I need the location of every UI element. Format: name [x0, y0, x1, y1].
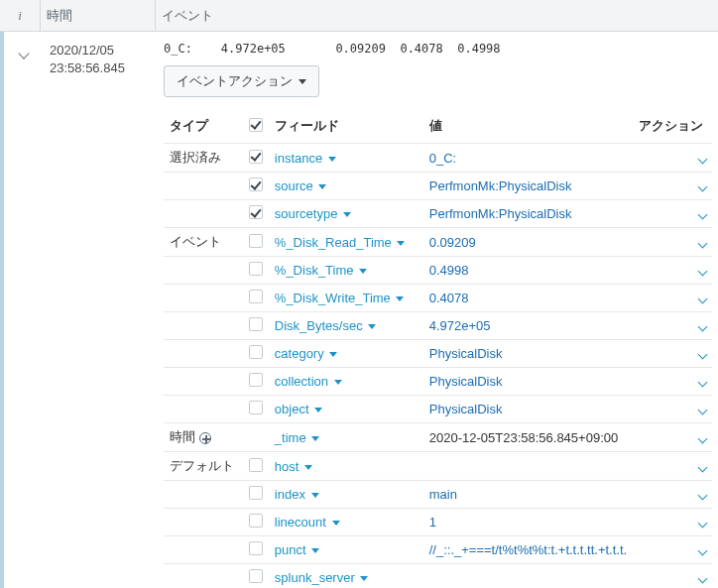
field-action-cell[interactable] [633, 173, 712, 200]
field-action-cell[interactable] [633, 368, 712, 396]
chevron-down-icon [698, 294, 708, 304]
field-value-cell[interactable]: PhysicalDisk [423, 368, 633, 396]
caret-down-icon [359, 269, 367, 274]
field-row: 時間_time 2020-12-05T23:58:56.845+09:00 [164, 423, 712, 452]
field-value-cell[interactable]: PhysicalDisk [423, 340, 633, 368]
field-group-label [164, 536, 243, 564]
field-group-label [164, 173, 243, 200]
field-checkbox-cell[interactable] [243, 368, 269, 396]
field-name-cell[interactable]: sourcetype [269, 200, 423, 228]
caret-down-icon [368, 324, 376, 329]
caret-down-icon [311, 436, 319, 441]
checkbox-icon [249, 541, 263, 555]
field-action-cell[interactable] [633, 200, 712, 228]
field-value-cell[interactable]: PerfmonMk:PhysicalDisk [423, 200, 633, 228]
field-name-link: %_Disk_Read_Time [275, 235, 392, 250]
raw-event-text[interactable]: 0_C: 4.972e+05 0.09209 0.4078 0.4998 [164, 42, 712, 56]
caret-down-icon [318, 184, 326, 189]
field-action-cell[interactable] [633, 340, 712, 368]
field-group-label [164, 481, 243, 509]
field-name-cell[interactable]: %_Disk_Write_Time [269, 285, 423, 312]
caret-down-icon [396, 296, 404, 301]
expand-toggle[interactable] [4, 32, 44, 61]
field-checkbox-cell[interactable] [243, 536, 269, 564]
field-group-label [164, 312, 243, 340]
field-checkbox-cell[interactable] [243, 396, 269, 423]
field-action-cell[interactable] [633, 396, 712, 423]
field-action-cell[interactable] [633, 423, 712, 452]
field-value-cell[interactable]: //_::._+===t/t%t%t%t:t.+t.t.t.tt.+t.t.t. [423, 536, 633, 564]
field-checkbox-cell[interactable] [243, 257, 269, 285]
field-value-cell[interactable]: 0.4078 [423, 285, 633, 312]
field-name-cell[interactable]: category [269, 340, 423, 368]
header-time-col[interactable]: 時間 [41, 7, 155, 25]
caret-down-icon [299, 79, 306, 84]
field-action-cell[interactable] [633, 312, 712, 340]
header-event-col[interactable]: イベント [156, 7, 718, 25]
checkbox-icon [249, 486, 263, 500]
field-name-link: %_Disk_Time [275, 263, 354, 278]
field-name-link: splunk_server [275, 570, 355, 585]
timestamp-time: 23:58:56.845 [50, 59, 152, 77]
plus-circle-icon[interactable] [199, 432, 211, 444]
field-checkbox-cell[interactable] [243, 481, 269, 509]
field-checkbox-cell[interactable] [243, 564, 269, 589]
field-name-cell[interactable]: source [269, 173, 423, 200]
field-checkbox-cell[interactable] [243, 340, 269, 368]
chevron-down-icon [698, 210, 708, 220]
field-name-cell[interactable]: _time [269, 423, 423, 452]
caret-down-icon [397, 241, 405, 246]
checkbox-icon [249, 373, 263, 387]
field-row: linecount 1 [164, 509, 712, 536]
field-value-cell[interactable]: 1 [423, 509, 633, 536]
field-name-cell[interactable]: object [269, 396, 423, 423]
field-value-cell[interactable]: 0_C: [423, 144, 633, 173]
field-name-cell[interactable]: splunk_server [269, 564, 423, 589]
table-header: i 時間 イベント [0, 0, 718, 32]
field-checkbox-cell[interactable] [243, 509, 269, 536]
field-checkbox-cell[interactable] [243, 200, 269, 228]
field-name-cell[interactable]: index [269, 481, 423, 509]
field-row: collection PhysicalDisk [164, 368, 712, 396]
field-value-cell [423, 564, 633, 589]
field-action-cell[interactable] [633, 144, 712, 173]
field-action-cell[interactable] [633, 564, 712, 589]
field-value-cell[interactable]: 4.972e+05 [423, 312, 633, 340]
field-checkbox-cell[interactable] [243, 285, 269, 312]
field-name-link: sourcetype [275, 206, 338, 221]
checkbox-icon [249, 345, 263, 359]
field-header-checkbox[interactable] [243, 111, 269, 144]
field-action-cell[interactable] [633, 481, 712, 509]
field-row: category PhysicalDisk [164, 340, 712, 368]
field-value-cell[interactable]: 0.4998 [423, 257, 633, 285]
field-action-cell[interactable] [633, 228, 712, 257]
field-value-cell[interactable]: PhysicalDisk [423, 396, 633, 423]
checkbox-icon [249, 401, 263, 414]
field-name-cell[interactable]: linecount [269, 509, 423, 536]
field-name-cell[interactable]: %_Disk_Time [269, 257, 423, 285]
field-action-cell[interactable] [633, 257, 712, 285]
field-name-cell[interactable]: %_Disk_Read_Time [269, 228, 423, 257]
field-action-cell[interactable] [633, 509, 712, 536]
field-value-cell[interactable]: PerfmonMk:PhysicalDisk [423, 173, 633, 200]
field-action-cell[interactable] [633, 452, 712, 481]
field-value-cell[interactable]: 0.09209 [423, 228, 633, 257]
field-value-cell: 2020-12-05T23:58:56.845+09:00 [423, 423, 633, 452]
field-checkbox-cell[interactable] [243, 144, 269, 173]
field-action-cell[interactable] [633, 536, 712, 564]
field-name-cell[interactable]: instance [269, 144, 423, 173]
field-value-cell[interactable]: main [423, 481, 633, 509]
checkbox-icon [249, 177, 263, 191]
field-name-cell[interactable]: punct [269, 536, 423, 564]
field-checkbox-cell[interactable] [243, 312, 269, 340]
field-checkbox-cell[interactable] [243, 228, 269, 257]
field-name-cell[interactable]: host [269, 452, 423, 481]
field-action-cell[interactable] [633, 285, 712, 312]
checkbox-icon [249, 514, 263, 528]
event-action-button[interactable]: イベントアクション [164, 65, 319, 97]
field-name-cell[interactable]: collection [269, 368, 423, 396]
field-checkbox-cell[interactable] [243, 173, 269, 200]
field-header-type: タイプ [164, 111, 243, 144]
field-checkbox-cell[interactable] [243, 452, 269, 481]
field-name-cell[interactable]: Disk_Bytes/sec [269, 312, 423, 340]
